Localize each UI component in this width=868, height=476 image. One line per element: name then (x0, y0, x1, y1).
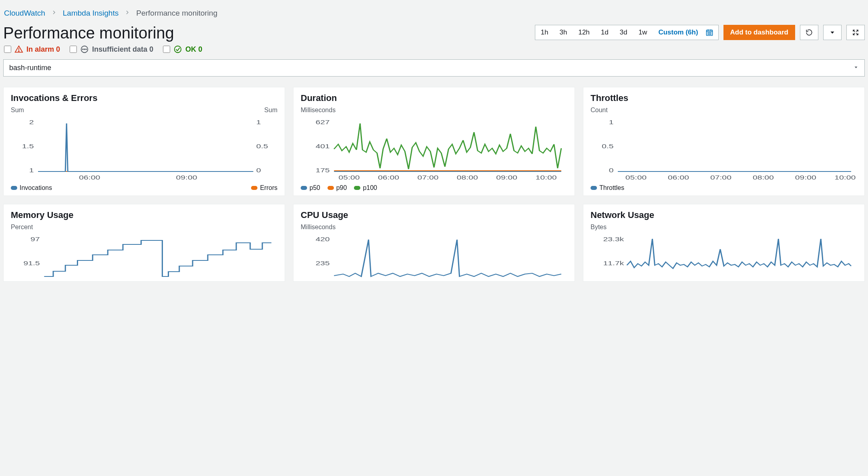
ok-check-icon (173, 45, 182, 54)
svg-text:10:00: 10:00 (536, 175, 557, 181)
breadcrumb-cloudwatch[interactable]: CloudWatch (4, 9, 45, 18)
y-left-label: Milliseconds (301, 224, 336, 231)
time-option-1h[interactable]: 1h (535, 25, 554, 40)
page-title: Performance monitoring (3, 25, 174, 41)
time-option-custom[interactable]: Custom (6h) (653, 25, 703, 40)
refresh-options-button[interactable] (823, 25, 842, 40)
time-option-1w[interactable]: 1w (633, 25, 653, 40)
svg-marker-23 (855, 67, 858, 68)
svg-point-9 (710, 34, 711, 34)
chart-memory[interactable]: 97 91.5 (11, 233, 277, 277)
chart-invocations[interactable]: 2 1.5 1 1 0.5 0 06:00 09:00 (11, 116, 277, 180)
svg-text:1: 1 (29, 167, 34, 174)
svg-point-8 (709, 34, 709, 34)
svg-text:1: 1 (256, 119, 261, 126)
svg-text:23.3k: 23.3k (603, 236, 624, 243)
function-select-value: bash-runtime (9, 64, 51, 72)
svg-text:627: 627 (315, 119, 330, 126)
chart-network[interactable]: 23.3k 11.7k (591, 233, 857, 277)
svg-text:0: 0 (609, 167, 614, 174)
widget-title: Duration (301, 93, 567, 103)
svg-text:0: 0 (256, 167, 261, 174)
chevron-right-icon (51, 9, 57, 18)
legend-p100[interactable]: p100 (354, 184, 377, 192)
legend-invocations[interactable]: Invocations (11, 184, 52, 192)
time-option-1d[interactable]: 1d (595, 25, 614, 40)
add-to-dashboard-button[interactable]: Add to dashboard (723, 25, 795, 40)
svg-text:1.5: 1.5 (22, 143, 34, 150)
svg-point-19 (82, 49, 83, 50)
insufficient-label: Insufficient data 0 (92, 45, 153, 54)
refresh-icon (806, 29, 813, 36)
svg-point-20 (84, 49, 85, 50)
svg-text:05:00: 05:00 (625, 175, 647, 181)
y-left-label: Milliseconds (301, 107, 336, 114)
widget-throttles: Throttles Count 1 0.5 0 05:00 06:00 07:0… (583, 87, 865, 196)
y-right-label: Sum (264, 107, 277, 114)
svg-marker-10 (831, 32, 834, 34)
ok-checkbox[interactable] (163, 46, 170, 53)
y-left-label: Bytes (591, 224, 607, 231)
ok-label: OK 0 (185, 45, 202, 54)
in-alarm-label: In alarm 0 (26, 45, 60, 54)
svg-text:07:00: 07:00 (710, 175, 731, 181)
widget-title: Throttles (591, 93, 857, 103)
widget-invocations-errors: Invocations & Errors Sum Sum 2 1.5 1 1 0… (3, 87, 285, 196)
time-option-3h[interactable]: 3h (554, 25, 573, 40)
caret-down-icon (853, 64, 859, 72)
chart-throttles[interactable]: 1 0.5 0 05:00 06:00 07:00 08:00 09:00 10… (591, 116, 857, 180)
chart-duration[interactable]: 627 401 175 05:00 06:00 07:00 08:00 09:0… (301, 116, 567, 180)
calendar-icon[interactable] (704, 25, 718, 40)
widget-title: Network Usage (591, 210, 857, 220)
svg-text:10:00: 10:00 (834, 175, 856, 181)
svg-point-6 (710, 32, 711, 33)
svg-text:91.5: 91.5 (23, 260, 40, 267)
fullscreen-button[interactable] (846, 25, 865, 40)
svg-text:11.7k: 11.7k (603, 260, 624, 267)
svg-point-7 (708, 34, 708, 34)
time-option-12h[interactable]: 12h (573, 25, 595, 40)
insufficient-checkbox[interactable] (70, 46, 77, 53)
widget-title: Memory Usage (11, 210, 277, 220)
svg-point-22 (175, 46, 181, 53)
svg-text:06:00: 06:00 (668, 175, 689, 181)
widget-title: CPU Usage (301, 210, 567, 220)
svg-text:08:00: 08:00 (457, 175, 478, 181)
breadcrumb: CloudWatch Lambda Insights Performance m… (3, 4, 865, 25)
svg-text:0.5: 0.5 (602, 143, 613, 150)
alarm-status-filters: In alarm 0 Insufficient data 0 OK 0 (4, 45, 865, 54)
refresh-button[interactable] (800, 25, 818, 40)
legend-p90[interactable]: p90 (328, 184, 347, 192)
svg-text:07:00: 07:00 (417, 175, 438, 181)
breadcrumb-lambda-insights[interactable]: Lambda Insights (63, 9, 119, 18)
function-select[interactable]: bash-runtime (3, 59, 865, 77)
y-left-label: Count (591, 107, 608, 114)
svg-text:1: 1 (609, 119, 614, 126)
legend-errors[interactable]: Errors (251, 184, 277, 192)
breadcrumb-current: Performance monitoring (136, 9, 217, 18)
svg-text:05:00: 05:00 (339, 175, 360, 181)
svg-point-4 (708, 32, 708, 33)
widget-title: Invocations & Errors (11, 93, 277, 103)
widget-duration: Duration Milliseconds 627 401 175 05:00 … (293, 87, 575, 196)
svg-text:08:00: 08:00 (753, 175, 774, 181)
time-option-3d[interactable]: 3d (614, 25, 633, 40)
svg-point-21 (86, 49, 86, 50)
svg-text:0.5: 0.5 (256, 143, 268, 150)
svg-text:09:00: 09:00 (496, 175, 517, 181)
widget-cpu-usage: CPU Usage Milliseconds 420 235 (293, 204, 575, 282)
legend-p50[interactable]: p50 (301, 184, 320, 192)
insufficient-circle-icon (80, 45, 89, 54)
alarm-triangle-icon (14, 45, 23, 54)
svg-text:09:00: 09:00 (176, 175, 197, 181)
caret-down-icon (829, 29, 836, 36)
widget-network-usage: Network Usage Bytes 23.3k 11.7k (583, 204, 865, 282)
svg-point-17 (18, 51, 19, 52)
chart-cpu[interactable]: 420 235 (301, 233, 567, 277)
chevron-right-icon (124, 9, 131, 18)
in-alarm-checkbox[interactable] (4, 46, 11, 53)
svg-text:175: 175 (315, 167, 330, 174)
expand-icon (852, 29, 859, 36)
svg-point-5 (709, 32, 709, 33)
legend-throttles[interactable]: Throttles (591, 184, 624, 192)
